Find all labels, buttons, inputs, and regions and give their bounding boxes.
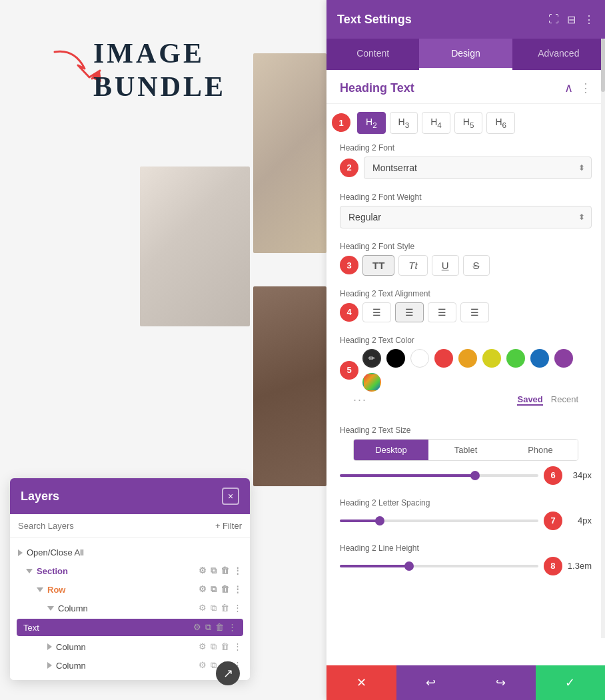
scrollbar-thumb[interactable] [601,39,605,92]
layers-search-input[interactable] [18,521,210,531]
tab-content[interactable]: Content [326,39,419,70]
copy-icon[interactable]: ⧉ [211,641,217,652]
text-alignment-label: Heading 2 Text Alignment [340,289,592,298]
undo-button[interactable]: ↩ [396,665,466,700]
text-size-slider-thumb[interactable] [470,471,480,480]
color-orange[interactable] [458,349,477,368]
layers-filter-button[interactable]: + Filter [215,521,242,531]
more-icon[interactable]: ⋮ [233,641,242,652]
copy-icon[interactable]: ⧉ [205,622,211,633]
font-select[interactable]: Montserrat [364,157,592,179]
line-height-slider-thumb[interactable] [404,561,414,571]
cancel-button[interactable]: ✕ [326,665,396,700]
tab-advanced[interactable]: Advanced [512,39,605,70]
more-options-icon[interactable]: ⋮ [584,13,594,26]
text-size-slider-container [340,474,538,477]
color-black[interactable] [386,349,405,368]
layers-close-button[interactable]: × [222,488,239,505]
columns-view-icon[interactable]: ⊟ [567,13,576,26]
text-size-value: 34px [568,470,592,480]
settings-icon[interactable]: ⚙ [193,622,201,633]
delete-icon[interactable]: 🗑 [215,622,224,633]
redo-button[interactable]: ↪ [466,665,536,700]
color-green[interactable] [506,349,525,368]
align-right-button[interactable]: ☰ [428,302,456,322]
delete-icon[interactable]: 🗑 [221,603,229,613]
line-height-label: Heading 2 Line Height [340,543,592,553]
panel-scrollbar[interactable] [601,39,605,638]
tab-design[interactable]: Design [419,39,512,70]
color-gradient[interactable] [362,373,381,392]
line-height-slider-container [340,565,538,567]
color-yellow[interactable] [482,349,501,368]
copy-icon[interactable]: ⧉ [211,584,217,595]
device-tabs: Desktop Tablet Phone [353,439,578,461]
copy-icon[interactable]: ⧉ [211,660,217,671]
letter-spacing-slider-track [340,520,538,522]
text-color-label: Heading 2 Text Color [340,336,592,345]
color-tabs: Saved Recent [517,394,578,406]
copy-icon[interactable]: ⧉ [211,603,217,613]
align-left-button[interactable]: ☰ [362,302,391,322]
more-icon[interactable]: ⋮ [233,603,242,613]
layers-open-close[interactable]: Open/Close All [10,543,250,561]
device-tablet-tab[interactable]: Tablet [428,440,503,460]
navigation-dot[interactable]: ↗ [216,661,240,685]
delete-icon[interactable]: 🗑 [221,584,229,595]
settings-icon[interactable]: ⚙ [199,660,207,671]
layer-item-column-3[interactable]: Column ⚙ ⧉ 🗑 ⋮ [10,656,250,675]
more-icon[interactable]: ⋮ [233,565,242,576]
color-white[interactable] [410,349,429,368]
letter-spacing-slider-container [340,520,538,522]
confirm-button[interactable]: ✓ [536,665,606,700]
settings-icon[interactable]: ⚙ [199,565,207,576]
align-justify-button[interactable]: ☰ [460,302,489,322]
layer-item-column-1[interactable]: Column ⚙ ⧉ 🗑 ⋮ [10,599,250,617]
layer-item-row[interactable]: Row ⚙ ⧉ 🗑 ⋮ [10,580,250,599]
h4-button[interactable]: H4 [422,112,450,134]
h6-button[interactable]: H6 [486,112,515,134]
delete-icon[interactable]: 🗑 [221,565,229,576]
color-more-dots[interactable]: ··· [353,393,367,407]
section-header-icons: ∧ ⋮ [564,81,592,95]
h3-button[interactable]: H3 [390,112,418,134]
collapse-icon[interactable]: ∧ [564,81,573,95]
more-icon[interactable]: ⋮ [233,584,242,595]
bold-button[interactable]: TT [362,255,394,276]
strikethrough-button[interactable]: S [463,255,490,276]
color-purple[interactable] [554,349,573,368]
layer-section-icons: ⚙ ⧉ 🗑 ⋮ [199,565,242,576]
copy-icon[interactable]: ⧉ [211,565,217,576]
device-desktop-tab[interactable]: Desktop [354,440,428,460]
h5-button[interactable]: H5 [454,112,483,134]
color-red[interactable] [434,349,453,368]
color-picker-swatch[interactable]: ✏ [362,349,381,368]
text-color-row: Heading 2 Text Color 5 ✏ ··· [326,329,605,419]
layer-item-section[interactable]: Section ⚙ ⧉ 🗑 ⋮ [10,561,250,580]
font-weight-select[interactable]: Regular [340,206,592,228]
section-more-icon[interactable]: ⋮ [580,81,592,95]
delete-icon[interactable]: 🗑 [221,641,229,652]
device-phone-tab[interactable]: Phone [503,440,578,460]
settings-icon[interactable]: ⚙ [199,603,207,613]
canvas: IMAGE BUNDLE Layers × + Filter Open/Clos… [0,0,326,700]
image-bundle-text: IMAGE BUNDLE [93,37,226,104]
settings-icon[interactable]: ⚙ [199,584,207,595]
recent-tab[interactable]: Recent [551,394,578,406]
italic-button[interactable]: Tt [398,255,427,276]
heading-text-section-header: Heading Text ∧ ⋮ [326,70,605,104]
align-center-button[interactable]: ☰ [395,302,424,322]
alignment-step-row: 4 ☰ ☰ ☰ ☰ [340,302,592,322]
layer-item-column-2[interactable]: Column ⚙ ⧉ 🗑 ⋮ [10,637,250,656]
h2-button[interactable]: H2 [357,112,386,134]
underline-button[interactable]: U [432,255,459,276]
expand-view-icon[interactable]: ⛶ [548,13,559,25]
more-icon[interactable]: ⋮ [228,622,237,633]
line-height-slider-track [340,565,538,567]
letter-spacing-slider-thumb[interactable] [375,516,384,525]
color-blue[interactable] [530,349,549,368]
saved-tab[interactable]: Saved [517,394,542,406]
settings-icon[interactable]: ⚙ [199,641,207,652]
line-height-slider-fill [340,565,409,567]
layer-item-text-active[interactable]: Text ⚙ ⧉ 🗑 ⋮ [17,619,243,636]
